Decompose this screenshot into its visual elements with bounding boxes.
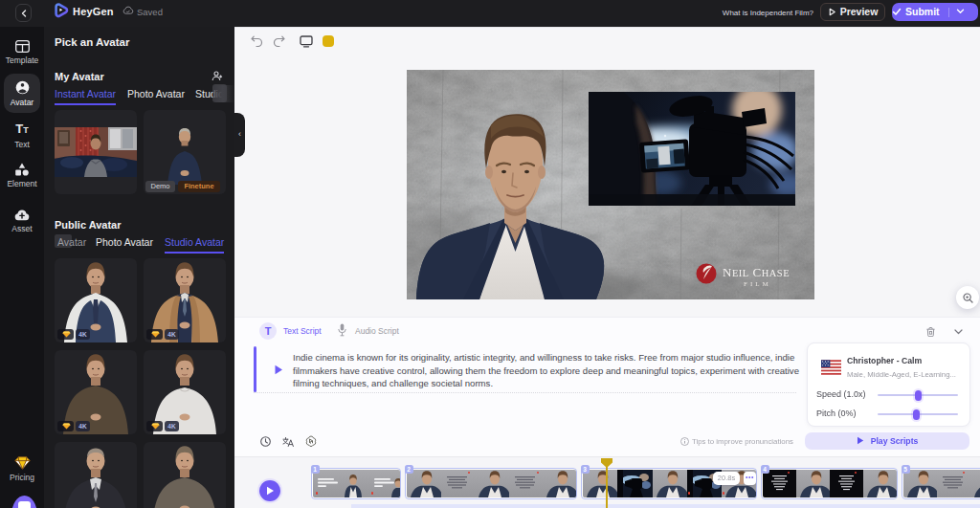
svg-text:NEIL CHASE: NEIL CHASE xyxy=(723,265,790,279)
svg-text:FILM: FILM xyxy=(744,280,771,288)
